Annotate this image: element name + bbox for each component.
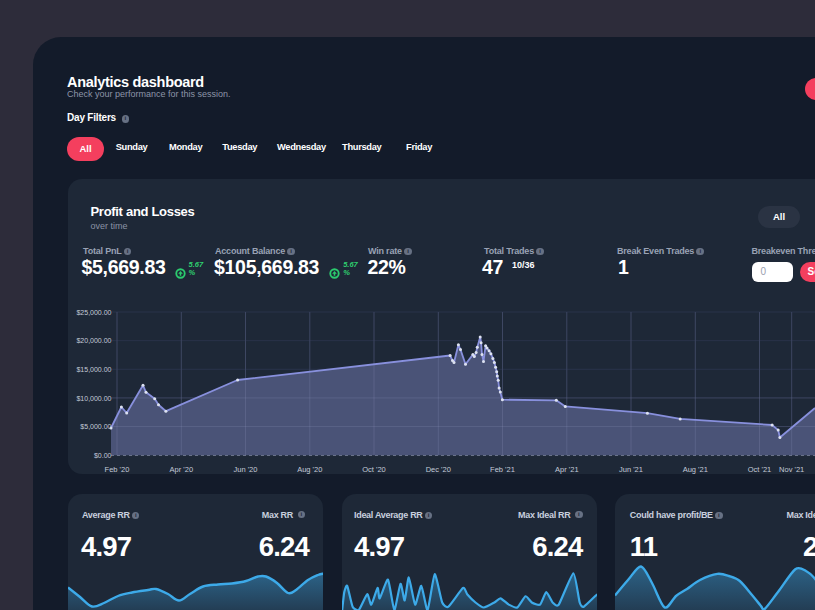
svg-text:Feb '21: Feb '21	[490, 465, 515, 474]
svg-text:Dec '20: Dec '20	[426, 465, 451, 474]
svg-text:Aug '20: Aug '20	[297, 465, 322, 474]
svg-text:$25,000.00: $25,000.00	[76, 309, 111, 316]
svg-text:Jun '21: Jun '21	[619, 465, 643, 474]
svg-text:Apr '21: Apr '21	[555, 465, 579, 474]
svg-text:Feb '20: Feb '20	[105, 465, 130, 474]
svg-text:Aug '21: Aug '21	[683, 465, 708, 474]
svg-text:Jun '20: Jun '20	[234, 465, 258, 474]
svg-text:Oct '21: Oct '21	[748, 465, 772, 474]
svg-text:$5,000.00: $5,000.00	[80, 423, 111, 430]
svg-text:$15,000.00: $15,000.00	[76, 366, 111, 373]
svg-text:$20,000.00: $20,000.00	[76, 337, 111, 344]
svg-text:$10,000.00: $10,000.00	[76, 395, 111, 402]
svg-text:Nov '21: Nov '21	[779, 465, 804, 474]
svg-text:Oct '20: Oct '20	[362, 465, 386, 474]
svg-text:Apr '20: Apr '20	[170, 465, 194, 474]
svg-text:$0.00: $0.00	[94, 452, 112, 459]
